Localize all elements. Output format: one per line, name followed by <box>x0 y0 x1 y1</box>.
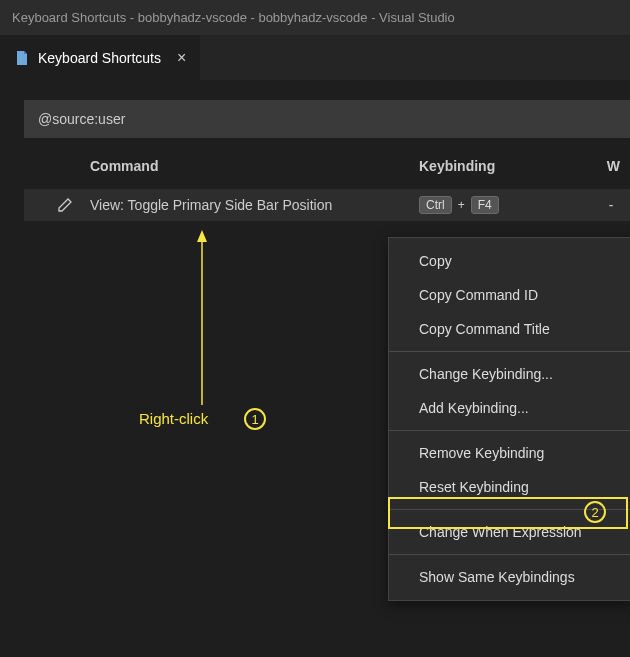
menu-add-keybinding[interactable]: Add Keybinding... <box>389 391 630 425</box>
table-row[interactable]: View: Toggle Primary Side Bar Position C… <box>24 189 630 221</box>
menu-separator <box>389 554 630 555</box>
tab-bar: Keyboard Shortcuts × <box>0 35 630 80</box>
annotation-arrow <box>196 230 208 410</box>
keyboard-file-icon <box>14 50 30 66</box>
annotation-num-1: 1 <box>251 412 258 427</box>
menu-change-keybinding[interactable]: Change Keybinding... <box>389 357 630 391</box>
key-plus: + <box>456 198 467 212</box>
annotation-circle-1: 1 <box>244 408 266 430</box>
pencil-icon <box>57 197 73 213</box>
close-icon[interactable]: × <box>177 49 186 67</box>
row-command-text: View: Toggle Primary Side Bar Position <box>74 197 419 213</box>
header-when[interactable]: W <box>607 158 630 174</box>
annotation-rightclick-label: Right-click <box>139 410 208 427</box>
annotation-num-2: 2 <box>591 505 598 520</box>
search-input[interactable]: @source:user <box>24 100 630 138</box>
content-area: @source:user Command Keybinding W View: … <box>0 80 630 221</box>
search-value: @source:user <box>38 111 125 127</box>
menu-reset-keybinding[interactable]: Reset Keybinding <box>393 470 628 504</box>
row-keybinding: Ctrl + F4 <box>419 196 499 214</box>
key-f4: F4 <box>471 196 499 214</box>
tab-label: Keyboard Shortcuts <box>38 50 161 66</box>
header-keybinding[interactable]: Keybinding <box>419 158 607 174</box>
menu-copy-command-title[interactable]: Copy Command Title <box>389 312 630 346</box>
menu-separator <box>389 351 630 352</box>
context-menu: Copy Copy Command ID Copy Command Title … <box>388 237 630 601</box>
menu-copy[interactable]: Copy <box>389 244 630 278</box>
menu-separator <box>389 430 630 431</box>
window-title: Keyboard Shortcuts - bobbyhadz-vscode - … <box>12 10 455 25</box>
annotation-circle-2: 2 <box>584 501 606 523</box>
menu-show-same-keybindings[interactable]: Show Same Keybindings <box>389 560 630 594</box>
table-header: Command Keybinding W <box>24 138 630 189</box>
edit-icon-cell[interactable] <box>24 197 74 213</box>
row-when: - <box>499 197 614 213</box>
header-command[interactable]: Command <box>24 158 419 174</box>
menu-remove-keybinding[interactable]: Remove Keybinding <box>389 436 630 470</box>
tab-keyboard-shortcuts[interactable]: Keyboard Shortcuts × <box>0 35 200 80</box>
title-bar: Keyboard Shortcuts - bobbyhadz-vscode - … <box>0 0 630 35</box>
svg-marker-1 <box>197 230 207 242</box>
key-ctrl: Ctrl <box>419 196 452 214</box>
menu-copy-command-id[interactable]: Copy Command ID <box>389 278 630 312</box>
